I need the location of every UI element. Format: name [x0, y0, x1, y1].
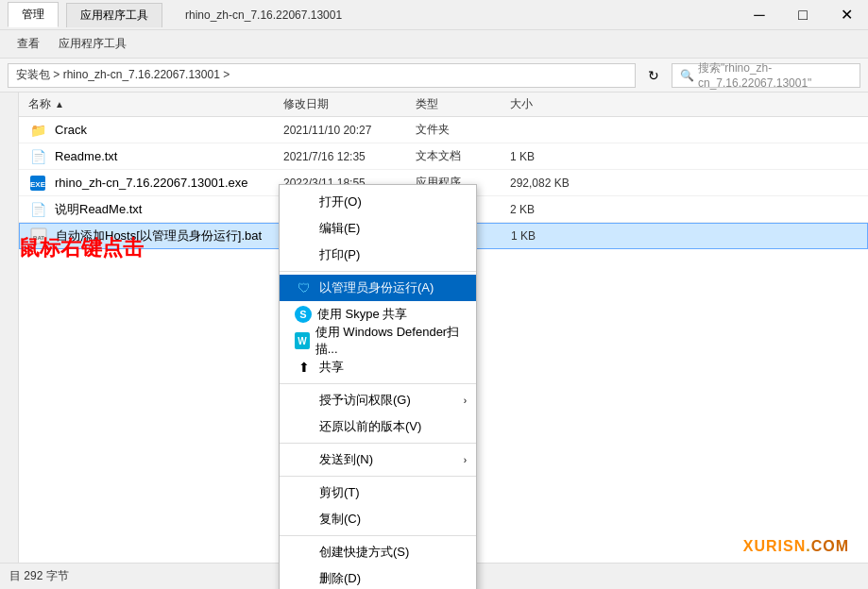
watermark-text1: XURISN [743, 538, 806, 554]
separator [280, 535, 476, 536]
share-icon: ⬆ [295, 358, 314, 377]
search-box[interactable]: 🔍 搜索"rhino_zh-cn_7.16.22067.13001" [672, 63, 860, 88]
file-date: 2021/11/10 20:27 [283, 124, 416, 137]
title-bar-left: 管理 应用程序工具 rhino_zh-cn_7.16.22067.13001 [8, 2, 342, 27]
file-name-col: EXE rhino_zh-cn_7.16.22067.13001.exe [19, 174, 283, 193]
ctx-shortcut[interactable]: 创建快捷方式(S) [280, 539, 476, 565]
file-name: 说明ReadMe.txt [55, 201, 142, 218]
print-icon [295, 245, 314, 264]
cut-icon [295, 483, 314, 502]
menu-item-view[interactable]: 查看 [8, 32, 49, 56]
txt-icon: 📄 [28, 147, 47, 166]
access-icon [295, 391, 314, 410]
search-placeholder: 搜索"rhino_zh-cn_7.16.22067.13001" [698, 60, 852, 90]
ctx-access[interactable]: 授予访问权限(G) › [280, 387, 476, 413]
separator [280, 383, 476, 384]
refresh-button[interactable]: ↻ [641, 63, 666, 88]
ctx-defender[interactable]: W 使用 Windows Defender扫描... [280, 328, 476, 354]
file-name: Readme.txt [55, 149, 117, 163]
defender-icon: W [295, 332, 310, 349]
ctx-edit[interactable]: 编辑(E) [280, 215, 476, 242]
file-name-col: 📄 说明ReadMe.txt [19, 200, 283, 219]
tab-manage[interactable]: 管理 [8, 2, 59, 27]
address-path[interactable]: 安装包 > rhino_zh-cn_7.16.22067.13001 > [8, 63, 636, 88]
txt2-icon: 📄 [28, 200, 47, 219]
separator [280, 443, 476, 444]
ctx-restore[interactable]: 还原以前的版本(V) [280, 413, 476, 440]
status-text: 目 292 字节 [9, 568, 69, 584]
minimize-button[interactable]: ─ [738, 0, 781, 30]
skype-icon: S [295, 306, 312, 323]
delete-icon [295, 569, 314, 588]
shield-icon: 🛡 [295, 278, 314, 297]
file-name-col: 📄 Readme.txt [19, 147, 283, 166]
restore-icon [295, 417, 314, 436]
window-controls: ─ □ ✕ [738, 0, 868, 30]
col-header-name[interactable]: 名称 ▲ [19, 96, 283, 112]
col-header-type[interactable]: 类型 [416, 96, 510, 112]
annotation-text: 鼠标右键点击 [19, 234, 144, 262]
separator [280, 476, 476, 477]
ctx-open[interactable]: 打开(O) [280, 189, 476, 215]
file-type: 文本文档 [416, 148, 510, 164]
maximize-button[interactable]: □ [781, 0, 825, 30]
file-name: rhino_zh-cn_7.16.22067.13001.exe [55, 176, 248, 190]
window-title: rhino_zh-cn_7.16.22067.13001 [185, 8, 342, 22]
table-row[interactable]: 📁 Crack 2021/11/10 20:27 文件夹 [19, 117, 868, 143]
svg-text:EXE: EXE [30, 180, 46, 189]
file-list-header: 名称 ▲ 修改日期 类型 大小 [19, 93, 868, 117]
address-bar: 安装包 > rhino_zh-cn_7.16.22067.13001 > ↻ 🔍… [0, 59, 868, 93]
exe-icon: EXE [28, 174, 47, 193]
ctx-copy[interactable]: 复制(C) [280, 506, 476, 532]
submenu-arrow: › [464, 395, 467, 406]
open-icon [295, 193, 314, 211]
left-panel [0, 93, 19, 563]
file-name: Crack [55, 123, 87, 137]
sendto-icon [295, 450, 314, 469]
tab-app-tools[interactable]: 应用程序工具 [66, 3, 162, 27]
file-size: 1 KB [510, 150, 586, 163]
ctx-print[interactable]: 打印(P) [280, 242, 476, 268]
col-header-date[interactable]: 修改日期 [283, 96, 416, 112]
close-button[interactable]: ✕ [825, 0, 868, 30]
ctx-run-admin[interactable]: 🛡 以管理员身份运行(A) [280, 275, 476, 301]
table-row[interactable]: 📄 Readme.txt 2021/7/16 12:35 文本文档 1 KB [19, 143, 868, 170]
file-name-col: 📁 Crack [19, 121, 283, 140]
ctx-sendto[interactable]: 发送到(N) › [280, 446, 476, 473]
submenu-arrow: › [464, 455, 467, 465]
file-size: 2 KB [510, 203, 586, 216]
file-type: 文件夹 [416, 122, 510, 138]
ctx-cut[interactable]: 剪切(T) [280, 480, 476, 506]
ctx-delete[interactable]: 删除(D) [280, 565, 476, 589]
ctx-share[interactable]: ⬆ 共享 [280, 354, 476, 380]
watermark: XURISN.COM [743, 538, 849, 555]
col-header-size[interactable]: 大小 [510, 96, 586, 112]
file-date: 2021/7/16 12:35 [283, 150, 416, 163]
shortcut-icon [295, 543, 314, 562]
context-menu: 打开(O) 编辑(E) 打印(P) 🛡 以管理员身份运行(A) S 使用 Sky… [279, 184, 477, 589]
menu-item-app-tools[interactable]: 应用程序工具 [49, 32, 136, 56]
file-size: 292,082 KB [510, 177, 586, 190]
file-size: 1 KB [511, 229, 587, 243]
folder-icon: 📁 [28, 121, 47, 140]
menu-bar: 查看 应用程序工具 [0, 30, 868, 59]
separator [280, 271, 476, 272]
copy-icon [295, 510, 314, 529]
edit-icon [295, 219, 314, 238]
watermark-text2: COM [811, 538, 849, 554]
title-bar: 管理 应用程序工具 rhino_zh-cn_7.16.22067.13001 ─… [0, 0, 868, 30]
